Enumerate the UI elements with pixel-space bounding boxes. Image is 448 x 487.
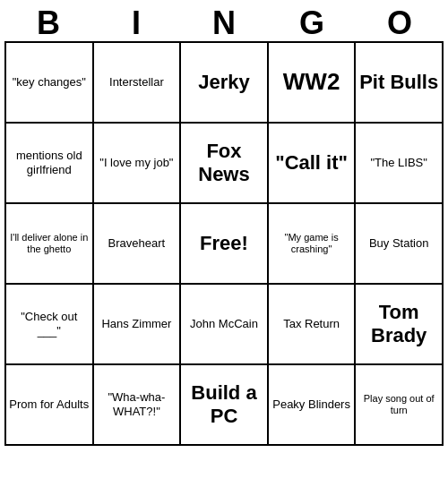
bingo-cell: "Check out ___" [6, 285, 94, 365]
bingo-cell: "The LIBS" [356, 124, 444, 204]
bingo-card: BINGO "key changes"InterstellarJerkyWW2P… [4, 5, 444, 446]
bingo-cell: WW2 [269, 43, 357, 124]
bingo-cell: Buy Station [356, 204, 444, 285]
bingo-cell: Tom Brady [356, 285, 444, 365]
header-letter: I [92, 5, 180, 41]
bingo-cell: "I love my job" [94, 124, 182, 204]
bingo-cell: "Call it" [269, 124, 357, 204]
bingo-cell: "My game is crashing" [269, 204, 357, 285]
header-letter: N [180, 5, 268, 41]
bingo-header: BINGO [4, 5, 444, 41]
bingo-cell: Interstellar [94, 43, 182, 124]
bingo-cell: Prom for Adults [6, 365, 94, 446]
header-letter: G [268, 5, 356, 41]
header-letter: B [4, 5, 92, 41]
bingo-cell: Braveheart [94, 204, 182, 285]
bingo-cell: Jerky [181, 43, 269, 124]
bingo-cell: mentions old girlfriend [6, 124, 94, 204]
bingo-grid: "key changes"InterstellarJerkyWW2Pit Bul… [4, 41, 444, 446]
bingo-cell: Free! [181, 204, 269, 285]
bingo-cell: "key changes" [6, 43, 94, 124]
bingo-cell: I'll deliver alone in the ghetto [6, 204, 94, 285]
header-letter: O [356, 5, 444, 41]
bingo-cell: Hans Zimmer [94, 285, 182, 365]
bingo-cell: Build a PC [181, 365, 269, 446]
bingo-cell: Tax Return [269, 285, 357, 365]
bingo-cell: "Wha-wha-WHAT?!" [94, 365, 182, 446]
bingo-cell: John McCain [181, 285, 269, 365]
bingo-cell: Play song out of turn [356, 365, 444, 446]
bingo-cell: Pit Bulls [356, 43, 444, 124]
bingo-cell: Peaky Blinders [269, 365, 357, 446]
bingo-cell: Fox News [181, 124, 269, 204]
